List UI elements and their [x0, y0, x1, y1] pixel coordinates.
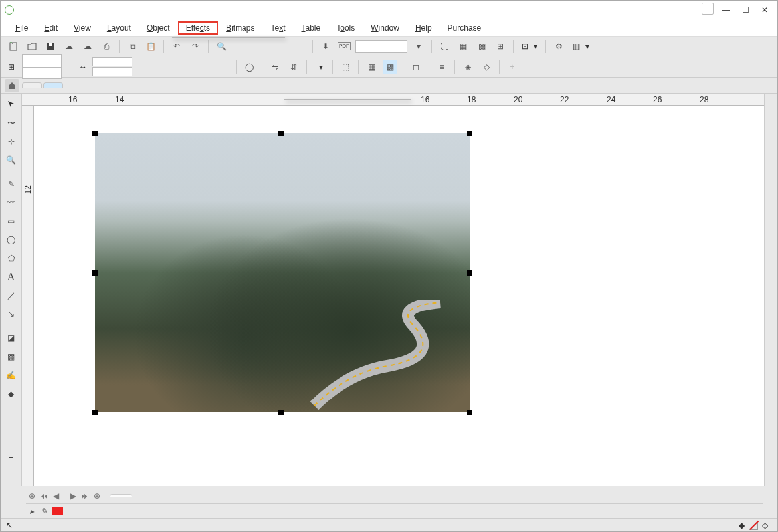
- eyedropper-icon[interactable]: ✎: [38, 507, 50, 516]
- selection-handle[interactable]: [467, 131, 472, 136]
- mirror-h-icon[interactable]: ⇋: [268, 60, 282, 74]
- outline-icon[interactable]: ◇: [762, 521, 768, 530]
- x-input[interactable]: [22, 54, 62, 66]
- next-page-icon[interactable]: ▶: [67, 490, 79, 502]
- tab-welcome[interactable]: [22, 82, 42, 88]
- menu-purchase[interactable]: Purchase: [440, 21, 490, 35]
- guidelines-icon[interactable]: ⊞: [493, 39, 508, 54]
- search-content-icon[interactable]: 🔍: [214, 39, 229, 54]
- selected-image[interactable]: [95, 133, 470, 412]
- menu-object[interactable]: Object: [139, 21, 178, 35]
- selection-handle[interactable]: [92, 270, 98, 276]
- resample-icon[interactable]: ▦: [364, 60, 379, 74]
- close-button[interactable]: ✕: [761, 5, 768, 15]
- add-preset-icon[interactable]: +: [505, 60, 520, 74]
- menu-text[interactable]: Text: [262, 21, 293, 35]
- artistic-media-icon[interactable]: 〰: [3, 195, 19, 211]
- add-page-after-icon[interactable]: ⊕: [91, 490, 103, 502]
- new-icon[interactable]: [6, 39, 21, 54]
- menu-view[interactable]: View: [66, 21, 99, 35]
- minimize-button[interactable]: —: [722, 5, 730, 15]
- maximize-button[interactable]: ☐: [742, 5, 749, 15]
- selection-handle[interactable]: [278, 131, 284, 136]
- redo-icon[interactable]: ↷: [188, 39, 203, 54]
- menu-help[interactable]: Help: [407, 21, 440, 35]
- eyedropper-icon[interactable]: ✍: [3, 367, 19, 383]
- save-icon[interactable]: [43, 39, 58, 54]
- export-pdf-icon[interactable]: PDF: [337, 39, 351, 54]
- palette-swatch[interactable]: [52, 507, 63, 515]
- menu-window[interactable]: Window: [363, 21, 407, 35]
- polygon-tool-icon[interactable]: ⬠: [3, 250, 19, 266]
- menu-table[interactable]: Table: [294, 21, 329, 35]
- cloud-up-icon[interactable]: ☁: [62, 39, 76, 54]
- height-input[interactable]: [92, 67, 132, 76]
- zoom-dropdown-icon[interactable]: ▾: [411, 39, 426, 54]
- connector-tool-icon[interactable]: ↘: [3, 306, 19, 322]
- freehand-tool-icon[interactable]: ✎: [3, 176, 19, 192]
- tab-document[interactable]: [43, 82, 63, 88]
- launch-button[interactable]: ▥ ▾: [570, 42, 592, 51]
- bitmap-mask-icon[interactable]: ▩: [383, 60, 397, 74]
- pick-tool-icon[interactable]: [3, 96, 19, 112]
- width-input[interactable]: [92, 57, 132, 66]
- crop-tool-icon[interactable]: ⊹: [3, 133, 19, 149]
- zoom-input[interactable]: [355, 40, 407, 53]
- import-icon[interactable]: ⬇: [318, 39, 333, 54]
- selection-handle[interactable]: [467, 270, 472, 276]
- wrap-text-icon[interactable]: ◻: [409, 60, 423, 74]
- no-fill-icon[interactable]: [749, 521, 758, 530]
- palette-menu-icon[interactable]: ▸: [26, 507, 38, 516]
- fill-tool-icon[interactable]: ◆: [3, 386, 19, 402]
- selection-handle[interactable]: [278, 410, 284, 415]
- order-back-icon[interactable]: ◇: [479, 60, 494, 74]
- order-front-icon[interactable]: ◈: [460, 60, 475, 74]
- print-icon[interactable]: ⎙: [99, 39, 114, 54]
- zoom-tool-icon[interactable]: 🔍: [3, 152, 19, 168]
- rulers-icon[interactable]: ▦: [456, 39, 470, 54]
- page-tab[interactable]: [110, 494, 132, 497]
- lock-ratio-icon[interactable]: ◯: [242, 60, 256, 74]
- options-icon[interactable]: ⚙: [551, 39, 566, 54]
- canvas[interactable]: 12: [22, 106, 764, 486]
- transparency-icon[interactable]: ▩: [3, 349, 19, 365]
- paste-icon[interactable]: 📋: [144, 39, 158, 54]
- selection-handle[interactable]: [92, 410, 98, 415]
- align-icon[interactable]: ≡: [435, 60, 449, 74]
- menu-layout[interactable]: Layout: [99, 21, 139, 35]
- crop-icon[interactable]: ⬚: [338, 60, 353, 74]
- mirror-v-icon[interactable]: ⇵: [286, 60, 301, 74]
- rectangle-tool-icon[interactable]: ▭: [3, 213, 19, 229]
- snap-to-button[interactable]: ⊡ ▾: [519, 42, 540, 51]
- add-page-icon[interactable]: ⊕: [26, 490, 38, 502]
- fullscreen-icon[interactable]: ⛶: [437, 39, 452, 54]
- first-page-icon[interactable]: ⏮: [38, 490, 50, 502]
- selection-handle[interactable]: [467, 410, 472, 415]
- menu-effects[interactable]: Effects: [178, 21, 218, 35]
- selection-handle[interactable]: [92, 131, 98, 136]
- y-input[interactable]: [22, 67, 62, 79]
- drop-shadow-icon[interactable]: ◪: [3, 330, 19, 346]
- trace-bitmap-button[interactable]: ▾: [312, 60, 327, 74]
- vertical-ruler[interactable]: 12: [22, 106, 34, 486]
- cloud-down-icon[interactable]: ☁: [80, 39, 95, 54]
- menu-file[interactable]: File: [7, 21, 36, 35]
- property-bar: ⊞ ↔ ◯ ⇋ ⇵ ▾ ⬚ ▦ ▩ ◻ ≡ ◈ ◇ +: [1, 56, 777, 78]
- menu-edit[interactable]: Edit: [36, 21, 66, 35]
- prev-page-icon[interactable]: ◀: [50, 490, 62, 502]
- shape-tool-icon[interactable]: 〜: [3, 115, 19, 131]
- home-tab[interactable]: [5, 79, 19, 92]
- fill-icon[interactable]: ◆: [739, 521, 745, 530]
- menu-bitmaps[interactable]: Bitmaps: [218, 21, 262, 35]
- add-tool-icon[interactable]: +: [3, 450, 19, 466]
- ellipse-tool-icon[interactable]: ◯: [3, 232, 19, 248]
- undo-icon[interactable]: ↶: [169, 39, 184, 54]
- open-icon[interactable]: [25, 39, 39, 54]
- line-tool-icon[interactable]: ／: [3, 288, 19, 304]
- text-tool-icon[interactable]: A: [3, 269, 19, 285]
- account-icon[interactable]: [702, 3, 714, 15]
- grid-icon[interactable]: ▩: [474, 39, 489, 54]
- menu-tools[interactable]: Tools: [328, 21, 363, 35]
- last-page-icon[interactable]: ⏭: [79, 490, 91, 502]
- copy-icon[interactable]: ⧉: [125, 39, 140, 54]
